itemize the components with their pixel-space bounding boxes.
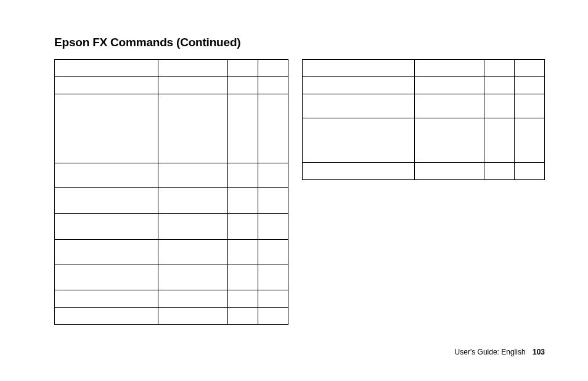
table-cell [55, 308, 158, 325]
table-cell [515, 77, 545, 94]
table-cell [55, 77, 158, 94]
table-cell [55, 240, 158, 264]
table-cell [515, 163, 545, 180]
table-cell [302, 77, 414, 94]
table-cell [515, 60, 545, 77]
table-cell [158, 188, 228, 214]
table-row [55, 214, 288, 240]
table-cell [484, 60, 515, 77]
table-cell [414, 77, 484, 94]
table-row [55, 290, 288, 308]
table-cell [227, 188, 258, 214]
table-cell [158, 264, 228, 290]
table-cell [227, 264, 258, 290]
table-cell [258, 290, 288, 308]
table-cell [55, 60, 158, 77]
table-cell [227, 77, 258, 94]
table-cell [258, 240, 288, 264]
table-row [55, 188, 288, 214]
table-cell [258, 163, 288, 188]
table-cell [414, 163, 484, 180]
table-cell [227, 240, 258, 264]
table-cell [302, 163, 414, 180]
page-heading: Epson FX Commands (Continued) [54, 36, 545, 49]
footer-text: User's Guide: English [455, 348, 526, 356]
table-cell [55, 290, 158, 308]
table-cell [484, 163, 515, 180]
page-number: 103 [533, 348, 545, 356]
table-cell [302, 60, 414, 77]
table-row [55, 60, 288, 77]
table-cell [158, 77, 228, 94]
table-cell [484, 94, 515, 118]
table-row [302, 60, 544, 77]
commands-table-right [302, 59, 545, 180]
table-cell [258, 94, 288, 163]
table-row [55, 163, 288, 188]
table-row [55, 264, 288, 290]
table-cell [227, 290, 258, 308]
table-cell [158, 290, 228, 308]
table-row [302, 118, 544, 163]
table-cell [227, 60, 258, 77]
table-row [302, 163, 544, 180]
table-cell [515, 94, 545, 118]
table-cell [55, 264, 158, 290]
table-cell [258, 264, 288, 290]
table-cell [158, 60, 228, 77]
table-row [55, 94, 288, 163]
table-cell [158, 94, 228, 163]
table-row [302, 77, 544, 94]
table-cell [484, 118, 515, 163]
table-cell [258, 308, 288, 325]
table-row [55, 240, 288, 264]
table-row [302, 94, 544, 118]
table-cell [227, 94, 258, 163]
table-cell [414, 118, 484, 163]
table-cell [258, 77, 288, 94]
table-cell [158, 163, 228, 188]
table-cell [227, 214, 258, 240]
table-cell [158, 214, 228, 240]
table-cell [414, 94, 484, 118]
commands-table-left [54, 59, 288, 325]
table-cell [414, 60, 484, 77]
table-cell [258, 214, 288, 240]
table-cell [158, 308, 228, 325]
table-cell [227, 308, 258, 325]
table-cell [258, 188, 288, 214]
table-row [55, 308, 288, 325]
tables-container [54, 59, 545, 325]
table-cell [302, 118, 414, 163]
page-footer: User's Guide: English 103 [455, 348, 545, 356]
table-cell [55, 163, 158, 188]
table-cell [302, 94, 414, 118]
table-cell [55, 188, 158, 214]
table-cell [484, 77, 515, 94]
table-cell [55, 94, 158, 163]
table-cell [515, 118, 545, 163]
table-cell [258, 60, 288, 77]
table-row [55, 77, 288, 94]
table-cell [227, 163, 258, 188]
table-cell [55, 214, 158, 240]
table-cell [158, 240, 228, 264]
